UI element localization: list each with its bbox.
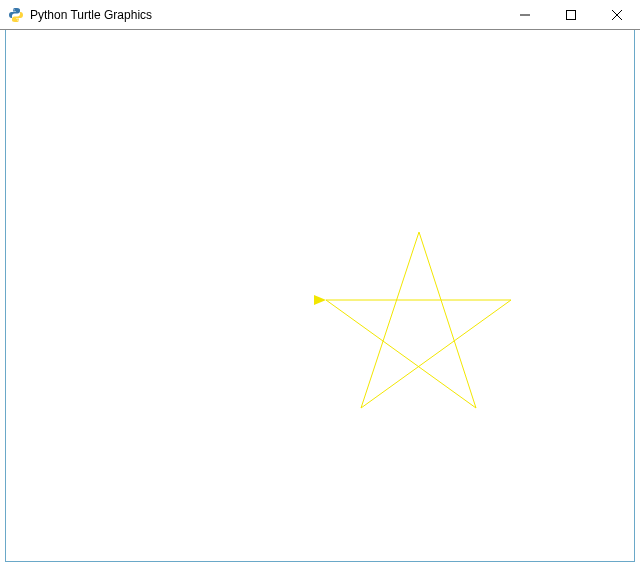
svg-point-0 [13, 9, 14, 10]
turtle-canvas [6, 30, 636, 562]
svg-point-1 [17, 19, 18, 20]
turtle-cursor [314, 295, 326, 305]
window-title: Python Turtle Graphics [30, 8, 502, 22]
window-controls [502, 0, 640, 29]
maximize-button[interactable] [548, 0, 594, 29]
svg-marker-6 [314, 295, 326, 305]
star-path [326, 232, 511, 408]
titlebar[interactable]: Python Turtle Graphics [0, 0, 640, 30]
minimize-button[interactable] [502, 0, 548, 29]
app-window: Python Turtle Graphics [0, 0, 640, 567]
python-icon [8, 7, 24, 23]
close-button[interactable] [594, 0, 640, 29]
canvas-area [5, 30, 635, 562]
svg-rect-3 [567, 10, 576, 19]
